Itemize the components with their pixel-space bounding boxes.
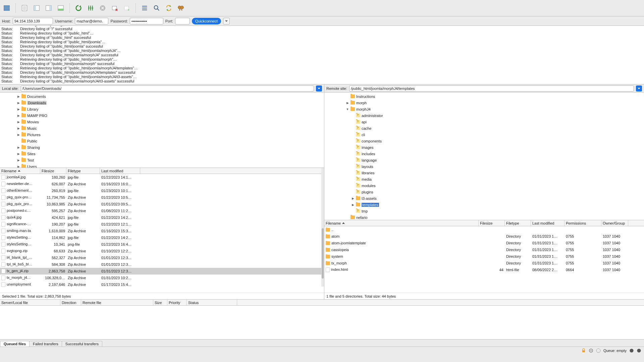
quickconnect-button[interactable]: Quickconnect <box>192 18 221 24</box>
refresh-icon[interactable] <box>74 3 83 13</box>
disclosure-icon[interactable]: ▶ <box>17 165 20 168</box>
tree-item[interactable]: Instructions <box>324 93 644 100</box>
tree-item[interactable]: administrator <box>324 112 644 119</box>
col-direction[interactable]: Direction <box>60 300 81 305</box>
file-row[interactable]: .. <box>324 226 644 233</box>
col-filesize[interactable]: Filesize <box>479 220 505 226</box>
tree-item[interactable]: ▶Downloads <box>0 100 324 106</box>
file-row[interactable]: significance-…190,207jpg-file01/22/2023 … <box>0 221 324 228</box>
tree-item[interactable]: ▶morph <box>324 100 644 106</box>
col-permissions[interactable]: Permissions <box>565 220 601 226</box>
col-filetype[interactable]: Filetype <box>66 168 100 174</box>
password-input[interactable] <box>130 18 163 24</box>
col-lastmodified[interactable]: Last modified <box>100 168 140 174</box>
message-log[interactable]: Status:Retrieving directory listing…Stat… <box>0 26 644 84</box>
disclosure-icon[interactable]: ▶ <box>17 133 20 136</box>
tree-item[interactable]: ▶t3-assets <box>324 195 644 201</box>
file-row[interactable]: pkg_quix-pro…11,734,755Zip Archive01/22/… <box>0 194 324 201</box>
gear-icon[interactable] <box>589 348 593 353</box>
tree-item[interactable]: ▶Sharing <box>0 144 324 150</box>
file-row[interactable]: svgtopng.zip68,633Zip Archive01/10/2023 … <box>0 248 324 254</box>
tree-item[interactable]: ▶MAMP PRO <box>0 112 324 119</box>
search-icon[interactable] <box>176 3 185 13</box>
col-size[interactable]: Size <box>153 300 167 305</box>
filter-icon[interactable] <box>140 3 149 13</box>
file-row[interactable]: joomla4.jpg180,260jpg-file01/22/2023 14:… <box>0 174 324 181</box>
tree-item[interactable]: media <box>324 176 644 182</box>
file-row[interactable]: atom-joomlatemplateDirectory01/31/2023 1… <box>324 240 644 246</box>
disclosure-icon[interactable]: ▶ <box>17 159 20 162</box>
col-filename[interactable]: Filename <box>324 220 479 226</box>
disclosure-icon[interactable]: ▶ <box>346 101 349 105</box>
remote-path-dropdown[interactable] <box>636 85 642 92</box>
process-queue-icon[interactable] <box>86 3 95 13</box>
local-list-header[interactable]: Filename Filesize Filetype Last modified <box>0 168 324 174</box>
col-ownergroup[interactable]: Owner/Group <box>601 220 628 226</box>
tree-item[interactable]: Public <box>0 138 324 144</box>
quickconnect-dropdown[interactable] <box>223 18 230 24</box>
file-row[interactable]: t4_blank_tpl_…562,327Zip Archive01/01/20… <box>0 254 324 261</box>
tree-item[interactable]: layouts <box>324 163 644 170</box>
disclosure-icon[interactable]: ▶ <box>17 146 20 149</box>
tree-item[interactable]: ▶Test <box>0 157 324 163</box>
file-row[interactable]: unemployment2,197,646Zip Archive01/17/20… <box>0 281 324 288</box>
file-row[interactable]: tx_morphDirectory01/31/2023 1…07551037 1… <box>324 260 644 266</box>
local-path-input[interactable] <box>21 85 314 92</box>
col-remotefile[interactable]: Remote file <box>81 300 153 305</box>
col-status[interactable]: Status <box>187 300 237 305</box>
col-lastmodified[interactable]: Last modified <box>531 220 565 226</box>
disclosure-icon[interactable]: ▶ <box>351 203 355 206</box>
queue-header[interactable]: Server/Local file Direction Remote file … <box>0 300 644 306</box>
file-row[interactable]: cassiopeiaDirectory01/31/2023 1…07551037… <box>324 246 644 253</box>
tree-item[interactable]: images <box>324 144 644 150</box>
remote-list-header[interactable]: Filename Filesize Filetype Last modified… <box>324 220 644 226</box>
tree-item[interactable]: cli <box>324 131 644 138</box>
tree-item[interactable]: ▶Sites <box>0 150 324 157</box>
host-input[interactable] <box>13 18 53 24</box>
disclosure-icon[interactable]: ▶ <box>17 127 20 130</box>
remote-tree[interactable]: Instructions▶morph▼morphJ4administratora… <box>324 93 644 220</box>
disclosure-icon[interactable]: ▼ <box>346 108 349 111</box>
sitemanager-icon[interactable] <box>2 3 11 13</box>
file-row[interactable]: quix4.jpg424,621jpg-file01/22/2023 14:2… <box>0 214 324 221</box>
toggle-log-icon[interactable] <box>20 3 29 13</box>
file-row[interactable]: newsletter-de…626,007Zip Archive01/16/20… <box>0 181 324 187</box>
col-priority[interactable]: Priority <box>167 300 187 305</box>
file-row[interactable]: postponed-c…595,257Zip Archive01/08/2023… <box>0 207 324 214</box>
port-input[interactable] <box>175 18 190 24</box>
file-row[interactable]: smiling-man-ta1,618,009Zip Archive01/16/… <box>0 228 324 234</box>
tab-failed-transfers[interactable]: Failed transfers <box>29 341 62 347</box>
local-tree[interactable]: ▶Documents▶Downloads▶Library▶MAMP PRO▶Mo… <box>0 93 324 168</box>
col-filename[interactable]: Filename <box>0 168 40 174</box>
tab-successful-transfers[interactable]: Successful transfers <box>62 341 102 347</box>
tree-item[interactable]: plugins <box>324 189 644 195</box>
file-row[interactable]: stylesSetting…10,341png-file01/22/2023 1… <box>0 241 324 248</box>
tree-item[interactable]: includes <box>324 150 644 157</box>
disclosure-icon[interactable]: ▶ <box>17 114 20 117</box>
col-server-localfile[interactable]: Server/Local file <box>0 300 60 305</box>
toggle-remotetree-icon[interactable] <box>44 3 53 13</box>
tree-item[interactable]: components <box>324 138 644 144</box>
tree-item[interactable]: ▶Music <box>0 125 324 131</box>
file-row[interactable]: tpl_t4_bs5_bl…584,308Zip Archive01/01/20… <box>0 261 324 268</box>
file-row[interactable]: pkg_quix_pro…10,863,985Zip Archive01/01/… <box>0 201 324 207</box>
col-filetype[interactable]: Filetype <box>505 220 531 226</box>
tree-item[interactable]: ▶Users <box>0 163 324 168</box>
disclosure-icon[interactable]: ▶ <box>17 95 20 98</box>
file-row[interactable]: systemDirectory01/31/2023 1…07551037 104… <box>324 253 644 260</box>
col-filesize[interactable]: Filesize <box>40 168 66 174</box>
sync-browse-icon[interactable] <box>164 3 173 13</box>
queue-list[interactable] <box>0 306 644 339</box>
tree-item[interactable]: tmp <box>324 208 644 214</box>
remote-path-input[interactable] <box>349 85 634 92</box>
tree-item[interactable]: api <box>324 119 644 125</box>
directory-compare-icon[interactable] <box>152 3 161 13</box>
disclosure-icon[interactable]: ▶ <box>351 197 355 200</box>
tree-item[interactable]: ▶Library <box>0 106 324 112</box>
tree-item[interactable]: ▶Pictures <box>0 131 324 138</box>
cancel-icon[interactable] <box>98 3 107 13</box>
file-row[interactable]: atomDirectory01/31/2023 1…07551037 1040 <box>324 233 644 240</box>
tree-item[interactable]: ▶Documents <box>0 93 324 100</box>
tree-item[interactable]: cache <box>324 125 644 131</box>
file-row[interactable]: otherElement…260,819jpg-file01/23/2023 1… <box>0 187 324 194</box>
